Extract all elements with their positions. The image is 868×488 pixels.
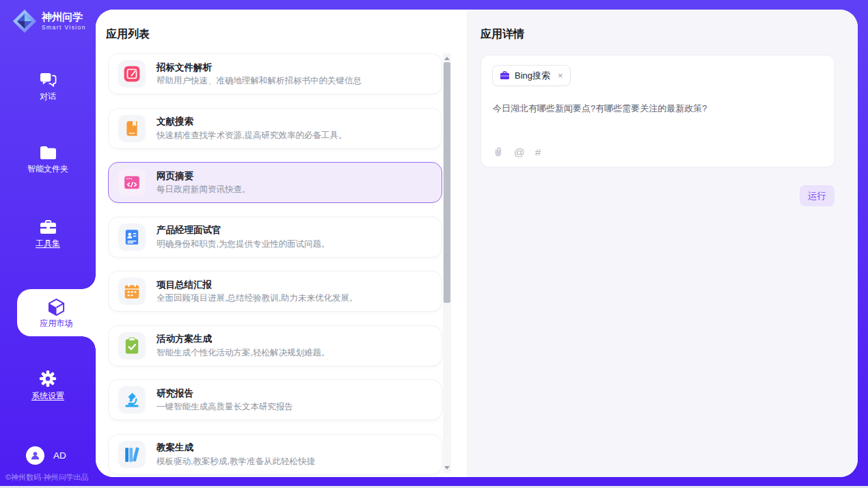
query-input[interactable]: 今日湖北有哪些新闻要点?有哪些需要关注的最新政策? (493, 102, 824, 116)
app-list-panel: 应用列表 招标文件解析 帮助用户快速、准确地理解和解析招标书中的关键信息 文献搜… (96, 10, 467, 477)
app-detail-title: 应用详情 (480, 27, 524, 42)
app-card-description: 明确身份和职责,为您提供专业性的面试问题。 (157, 240, 329, 249)
resume-icon (118, 223, 146, 251)
books-icon (118, 441, 146, 468)
app-card-description: 快速精准查找学术资源,提高研究效率的必备工具。 (157, 131, 347, 140)
app-card-title: 教案生成 (157, 443, 315, 452)
sidebar-item-tools[interactable]: 工具集 (0, 219, 96, 247)
app-card-literature-search[interactable]: 文献搜索 快速精准查找学术资源,提高研究效率的必备工具。 (108, 108, 442, 149)
run-button[interactable]: 运行 (800, 185, 835, 206)
sidebar-nav: 对话 智能文件夹 工具集 应用市场 系统设置 (0, 0, 96, 488)
app-card-description: 帮助用户快速、准确地理解和解析招标书中的关键信息 (157, 77, 362, 85)
app-card-title: 招标文件解析 (157, 63, 362, 72)
prompt-input-card[interactable]: Bing搜索 × 今日湖北有哪些新闻要点?有哪些需要关注的最新政策? @ # (480, 55, 835, 167)
chat-icon (39, 71, 57, 88)
app-card-pm-interviewer[interactable]: 产品经理面试官 明确身份和职责,为您提供专业性的面试问题。 (108, 217, 442, 258)
app-card-description: 每日政府新闻资讯快查。 (157, 185, 251, 194)
app-card-event-plan[interactable]: 活动方案生成 智能生成个性化活动方案,轻松解决规划难题。 (108, 325, 442, 366)
app-card-title: 产品经理面试官 (157, 226, 329, 235)
app-card-bid-analysis[interactable]: 招标文件解析 帮助用户快速、准确地理解和解析招标书中的关键信息 (108, 53, 442, 94)
app-card-lesson-plan[interactable]: 教案生成 模板驱动,教案秒成,教学准备从此轻松快捷 (108, 434, 442, 475)
app-card-title: 研究报告 (157, 389, 293, 398)
sidebar-item-chat[interactable]: 对话 (0, 71, 96, 100)
cube-icon (47, 298, 66, 316)
gear-icon (39, 370, 57, 388)
app-card-description: 模板驱动,教案秒成,教学准备从此轻松快捷 (157, 457, 315, 466)
attachment-toolbar: @ # (492, 146, 541, 158)
app-card-title: 活动方案生成 (157, 334, 329, 344)
app-card-project-report[interactable]: 项目总结汇报 全面回顾项目进展,总结经验教训,助力未来优化发展。 (108, 271, 442, 312)
tag-close-icon[interactable]: × (558, 71, 563, 80)
app-card-web-summary[interactable]: 网页摘要 每日政府新闻资讯快查。 (108, 162, 442, 203)
app-card-description: 智能生成个性化活动方案,轻松解决规划难题。 (157, 349, 329, 357)
app-detail-panel: 应用详情 Bing搜索 × 今日湖北有哪些新闻要点?有哪些需要关注的最新政策? … (467, 10, 858, 477)
user-avatar-icon (26, 446, 44, 465)
app-card-description: 全面回顾项目进展,总结经验教训,助力未来优化发展。 (157, 294, 357, 303)
sidebar-item-settings[interactable]: 系统设置 (0, 370, 96, 400)
app-card-title: 文献搜索 (157, 117, 347, 126)
user-row[interactable]: AD (26, 446, 66, 465)
app-card-title: 项目总结汇报 (157, 280, 357, 290)
scrollbar-thumb[interactable] (444, 62, 450, 303)
sidebar: 神州问学 Smart Vision 对话 智能文件夹 工具集 应用市场 (0, 0, 96, 488)
edit-icon (118, 60, 146, 87)
microscope-icon (118, 386, 146, 414)
app-card-research-report[interactable]: 研究报告 一键智能生成高质量长文本研究报告 (108, 379, 442, 420)
at-icon[interactable]: @ (514, 147, 525, 158)
browser-code-icon (118, 169, 146, 196)
app-card-title: 网页摘要 (157, 172, 251, 181)
toolbox-icon (39, 219, 57, 235)
app-card-description: 一键智能生成高质量长文本研究报告 (157, 403, 293, 411)
list-scrollbar[interactable] (443, 53, 451, 473)
user-name: AD (53, 450, 66, 461)
briefcase-icon (500, 71, 510, 80)
app-list-title: 应用列表 (106, 27, 150, 42)
copyright-footer: ©神州数码·神州问学出品 (5, 472, 89, 483)
folder-icon (39, 145, 57, 161)
sidebar-item-market[interactable]: 应用市场 (17, 289, 96, 336)
scroll-up-arrow-icon[interactable] (444, 57, 450, 60)
main-content: 应用列表 招标文件解析 帮助用户快速、准确地理解和解析招标书中的关键信息 文献搜… (96, 10, 858, 477)
clipboard-check-icon (118, 332, 146, 360)
scroll-down-arrow-icon[interactable] (444, 466, 450, 470)
tool-tag-bing-search[interactable]: Bing搜索 × (492, 65, 571, 86)
app-list: 招标文件解析 帮助用户快速、准确地理解和解析招标书中的关键信息 文献搜索 快速精… (108, 53, 442, 477)
calendar-icon (118, 277, 146, 305)
sidebar-item-folders[interactable]: 智能文件夹 (0, 145, 96, 173)
book-icon (118, 115, 146, 142)
hash-icon[interactable]: # (535, 147, 541, 158)
app-window: { "brand": { "name": "神州问学", "subtitle":… (0, 0, 868, 488)
tool-tag-label: Bing搜索 (515, 70, 550, 82)
paperclip-icon[interactable] (492, 146, 504, 158)
